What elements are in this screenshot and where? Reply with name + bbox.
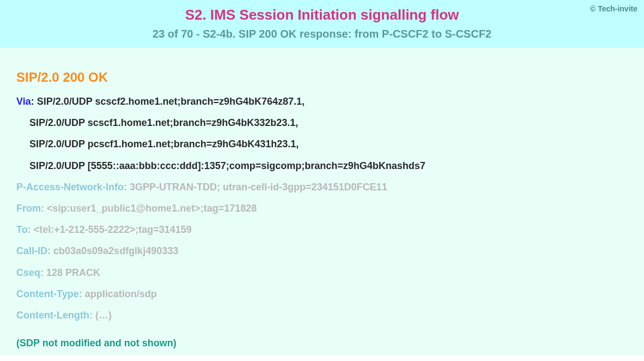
sip-header-name: To xyxy=(16,224,28,235)
sip-header-line: Content-Type: application/sdp xyxy=(16,287,628,301)
subtitle: 23 of 70 - S2-4b. SIP 200 OK response: f… xyxy=(11,28,633,40)
sip-header-line: To: <tel:+1-212-555-2222>;tag=314159 xyxy=(16,223,628,237)
sip-header-value: <tel:+1-212-555-2222>;tag=314159 xyxy=(34,224,192,235)
main-title: S2. IMS Session Initiation signalling fl… xyxy=(11,7,633,23)
sip-header-value: <sip:user1_public1@home1.net>;tag=171828 xyxy=(47,203,257,214)
via-value-2: SIP/2.0/UDP pcscf1.home1.net;branch=z9hG… xyxy=(16,137,628,151)
sip-header-value: 3GPP-UTRAN-TDD; utran-cell-id-3gpp=23415… xyxy=(130,182,387,192)
sip-header-line: From: <sip:user1_public1@home1.net>;tag=… xyxy=(16,202,628,215)
header-banner: © Tech-invite S2. IMS Session Initiation… xyxy=(0,0,644,48)
sip-status-line: SIP/2.0 200 OK xyxy=(16,70,628,85)
sip-header-line: Content-Length: (…) xyxy=(16,309,628,322)
sip-header-line: Cseq: 128 PRACK xyxy=(16,266,628,280)
sip-header-value: cb03a0s09a2sdfglkj490333 xyxy=(53,245,178,256)
sip-header-line: Call-ID: cb03a0s09a2sdfglkj490333 xyxy=(16,244,628,258)
sip-header-name: Content-Length xyxy=(16,310,89,321)
via-value-3: SIP/2.0/UDP [5555::aaa:bbb:ccc:ddd]:1357… xyxy=(16,159,628,173)
sip-header-name: P-Access-Network-Info xyxy=(16,182,124,192)
via-value-0: SIP/2.0/UDP scscf2.home1.net;branch=z9hG… xyxy=(37,96,305,107)
sdp-note: (SDP not modified and not shown) xyxy=(16,338,628,349)
sip-header-line: P-Access-Network-Info: 3GPP-UTRAN-TDD; u… xyxy=(16,180,628,194)
copyright-text: © Tech-invite xyxy=(590,4,637,13)
sip-header-name: Call-ID xyxy=(16,245,47,256)
via-header-name: Via xyxy=(16,96,31,107)
via-header-line: Via: SIP/2.0/UDP scscf2.home1.net;branch… xyxy=(16,95,628,109)
sip-header-value: 128 PRACK xyxy=(46,267,100,278)
sip-header-value: (…) xyxy=(95,310,112,321)
sip-header-value: application/sdp xyxy=(85,288,157,299)
sip-message-content: SIP/2.0 200 OK Via: SIP/2.0/UDP scscf2.h… xyxy=(0,48,644,356)
sip-header-name: Cseq xyxy=(16,267,40,278)
sip-header-name: Content-Type xyxy=(16,288,79,299)
sip-header-name: From xyxy=(16,203,41,214)
via-value-1: SIP/2.0/UDP scscf1.home1.net;branch=z9hG… xyxy=(16,116,628,130)
